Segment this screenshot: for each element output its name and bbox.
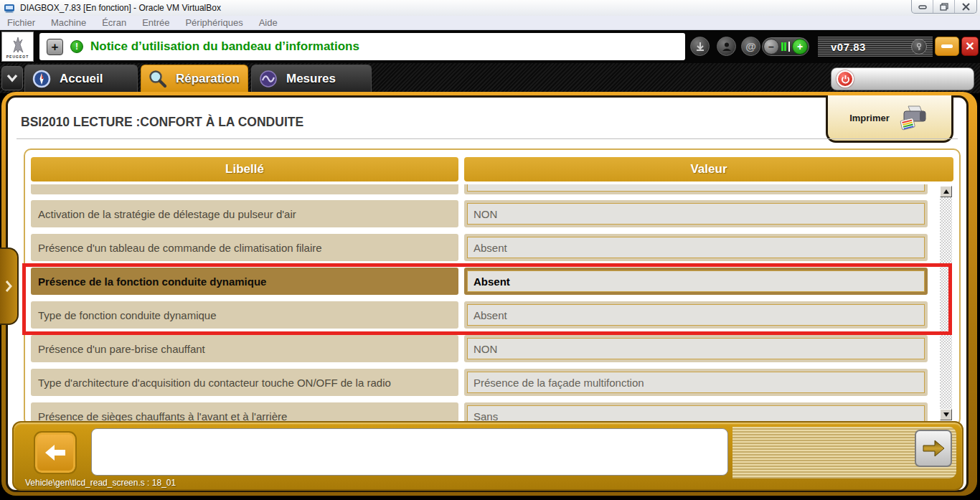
table-row[interactable]: Présence d'un pare-brise chauffant NON (31, 335, 928, 362)
table-row[interactable]: Activation de la stratégie de délestage … (31, 200, 928, 227)
compass-icon (32, 70, 51, 88)
title-bar: DIAGBOX_7.83 [En fonction] - Oracle VM V… (0, 0, 980, 16)
volume-minus-icon[interactable]: – (763, 39, 779, 55)
row-value-box: Absent (467, 270, 925, 292)
footer-bar: Vehicle\gen\tlcd_read_screen.s : 18_01 (12, 421, 963, 491)
row-label: Présence d'un pare-brise chauffant (38, 343, 205, 355)
menu-bar: FichierMachineÉcranEntréePériphériquesAi… (0, 16, 980, 30)
row-value-box: Absent (467, 237, 925, 258)
row-value: Sans (473, 410, 498, 423)
table-row[interactable]: Type d'architecture d'acquisition du con… (31, 369, 928, 396)
row-value: Présence de la façade multifonction (473, 377, 644, 389)
status-text: Vehicle\gen\tlcd_read_screen.s : 18_01 (25, 478, 176, 488)
notice-bar: + ! Notice d’utilisation du bandeau d’in… (39, 33, 685, 60)
menu-item[interactable]: Entrée (142, 17, 169, 28)
table-row[interactable]: Présence d'un tableau de commande de cli… (31, 234, 928, 261)
notice-text: Notice d’utilisation du bandeau d’inform… (90, 39, 359, 54)
print-label: Imprimer (849, 113, 890, 123)
wave-icon (259, 70, 278, 88)
tab-mesures[interactable]: Mesures (251, 65, 372, 92)
magnifier-icon (149, 70, 167, 88)
volume-plus-icon[interactable]: + (792, 39, 808, 55)
content-panel: Imprimer BSI2010 LECTURE :CONFORT À LA C… (6, 95, 969, 492)
row-label: Présence d'un tableau de commande de cli… (38, 242, 322, 254)
row-value-box: Absent (467, 304, 925, 326)
download-icon[interactable] (690, 37, 710, 56)
tab-label: Réparation (176, 72, 240, 86)
row-value: NON (473, 343, 497, 355)
table-header: Libellé Valeur (31, 157, 953, 181)
tab-accueil[interactable]: Accueil (24, 65, 138, 92)
info-icon: ! (70, 40, 83, 53)
minimize-icon[interactable] (912, 0, 933, 13)
parameters-table: Libellé Valeur Activation de la stratégi… (24, 148, 961, 426)
tab-bar: Accueil Réparation Mesures (0, 63, 980, 93)
row-value: Absent (473, 309, 507, 321)
row-value-box: NON (467, 203, 925, 225)
app-minimize-icon[interactable] (935, 37, 959, 56)
page-title: BSI2010 LECTURE :CONFORT À LA CONDUITE (21, 115, 303, 130)
menu-item[interactable]: Aide (259, 17, 278, 28)
vertical-scrollbar[interactable] (940, 186, 952, 420)
virtualbox-window: DIAGBOX_7.83 [En fonction] - Oracle VM V… (0, 0, 980, 500)
header-valeur: Valeur (464, 157, 953, 181)
window-controls (911, 0, 977, 14)
peugeot-logo: PEUGEOT (1, 32, 34, 62)
chevron-right-icon (4, 280, 13, 293)
title-divider (17, 138, 958, 139)
back-button[interactable] (35, 433, 75, 473)
tab-label: Mesures (286, 72, 336, 86)
table-row-partial (31, 184, 928, 194)
arrow-left-icon (43, 443, 67, 463)
chevron-down-icon[interactable] (1, 66, 23, 90)
scroll-up-icon[interactable] (940, 186, 952, 197)
email-at-icon[interactable]: @ (741, 37, 760, 56)
restore-icon[interactable] (933, 0, 955, 13)
expand-plus-icon[interactable]: + (47, 39, 63, 55)
table-row[interactable]: Type de fonction conduite dynamique Abse… (31, 301, 928, 329)
row-value: NON (473, 208, 497, 220)
user-icon[interactable] (717, 37, 736, 56)
printer-icon (898, 105, 930, 132)
version-panel: v07.83 (818, 37, 933, 57)
volume-control[interactable]: – + (762, 37, 809, 56)
version-text: v07.83 (831, 41, 866, 53)
virtualbox-icon (4, 2, 15, 14)
scroll-down-icon[interactable] (940, 409, 952, 420)
row-value: Absent (473, 242, 507, 254)
table-row[interactable]: Présence de la fonction conduite dynamiq… (31, 268, 928, 295)
session-panel (831, 67, 974, 90)
table-rows: Activation de la stratégie de délestage … (31, 184, 928, 423)
key-icon[interactable] (911, 39, 927, 55)
app-header: PEUGEOT + ! Notice d’utilisation du band… (0, 30, 980, 63)
row-label: Présence de sièges chauffants à l'avant … (38, 410, 287, 423)
next-button[interactable] (915, 430, 952, 467)
menu-item[interactable]: Écran (102, 17, 126, 28)
print-button[interactable]: Imprimer (826, 95, 953, 143)
scrollbar-track[interactable] (940, 197, 952, 409)
table-row[interactable]: Présence de sièges chauffants à l'avant … (31, 402, 928, 423)
row-label: Type de fonction conduite dynamique (38, 309, 217, 321)
row-label: Présence de la fonction conduite dynamiq… (38, 275, 266, 288)
power-icon[interactable] (837, 70, 854, 88)
brand-text: PEUGEOT (6, 55, 29, 59)
lion-icon (9, 35, 27, 54)
tab-reparation[interactable]: Réparation (141, 65, 248, 92)
row-value-box: Présence de la façade multifonction (467, 372, 925, 393)
arrow-right-icon (920, 438, 946, 459)
menu-item[interactable]: Fichier (7, 17, 35, 28)
window-title: DIAGBOX_7.83 [En fonction] - Oracle VM V… (20, 3, 221, 13)
tab-label: Accueil (60, 72, 103, 86)
row-value-box: NON (467, 338, 925, 359)
row-label: Type d'architecture d'acquisition du con… (38, 377, 391, 389)
app-close-icon[interactable]: ✕ (961, 37, 979, 56)
close-icon[interactable] (955, 0, 976, 13)
menu-item[interactable]: Périphériques (185, 17, 242, 28)
side-panel-toggle[interactable] (0, 247, 19, 325)
volume-level (779, 42, 792, 52)
menu-item[interactable]: Machine (51, 17, 86, 28)
row-value: Absent (473, 275, 510, 288)
message-box (91, 428, 728, 476)
header-libelle: Libellé (31, 157, 458, 181)
row-label: Activation de la stratégie de délestage … (38, 208, 296, 220)
